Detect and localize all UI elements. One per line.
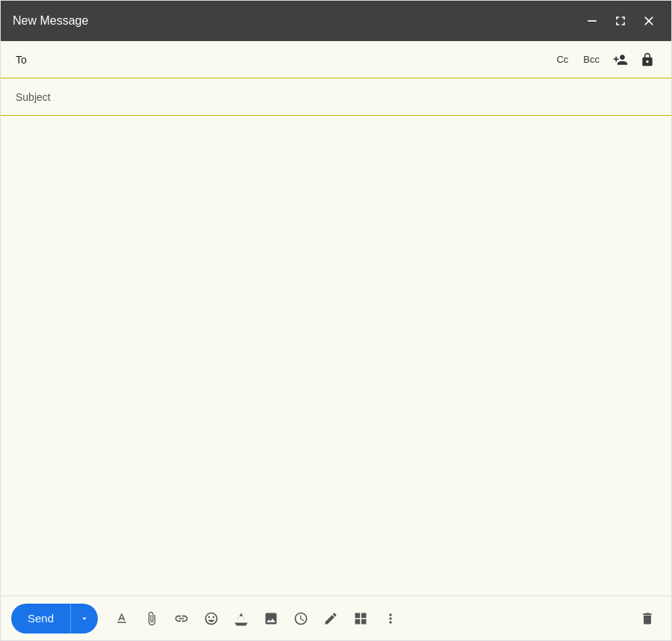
- title-bar: New Message: [1, 1, 671, 41]
- cc-button[interactable]: Cc: [553, 52, 571, 66]
- attach-icon: [144, 611, 159, 626]
- lock-icon: [640, 52, 655, 67]
- signature-button[interactable]: [317, 605, 344, 632]
- more-options-button[interactable]: [377, 605, 404, 632]
- send-button-group: Send: [11, 604, 98, 634]
- compose-window: New Message To Cc Bcc: [0, 0, 672, 641]
- delete-draft-button[interactable]: [634, 605, 661, 632]
- close-button[interactable]: [638, 10, 659, 31]
- to-row: To Cc Bcc: [1, 41, 671, 78]
- add-recipients-button[interactable]: [612, 51, 629, 69]
- expand-icon: [613, 13, 628, 28]
- chevron-down-icon: [79, 613, 90, 624]
- layout-icon: [353, 611, 368, 626]
- clock-icon: [293, 611, 308, 626]
- attach-button[interactable]: [138, 605, 165, 632]
- insert-link-button[interactable]: [168, 605, 195, 632]
- layout-button[interactable]: [347, 605, 374, 632]
- toolbar: Send: [1, 595, 671, 640]
- bcc-button[interactable]: Bcc: [580, 52, 603, 66]
- minimize-icon: [585, 13, 600, 28]
- drive-icon: [234, 611, 249, 626]
- to-label: To: [16, 54, 38, 66]
- window-title: New Message: [13, 14, 88, 28]
- send-button[interactable]: Send: [11, 604, 71, 634]
- title-actions: [582, 10, 659, 31]
- minimize-button[interactable]: [582, 10, 603, 31]
- scheduled-send-button[interactable]: [287, 605, 314, 632]
- formatting-button[interactable]: [108, 605, 135, 632]
- to-actions: Cc Bcc: [553, 51, 656, 69]
- body-input[interactable]: [16, 125, 656, 586]
- pen-icon: [323, 611, 338, 626]
- format-text-icon: [114, 611, 129, 626]
- to-input[interactable]: [44, 54, 553, 66]
- drive-button[interactable]: [228, 605, 255, 632]
- body-area: [1, 116, 671, 595]
- add-person-icon: [613, 52, 628, 67]
- more-vert-icon: [383, 611, 398, 626]
- photo-button[interactable]: [258, 605, 284, 632]
- photo-icon: [264, 611, 279, 626]
- link-icon: [174, 611, 189, 626]
- subject-row: [1, 78, 671, 116]
- send-dropdown-button[interactable]: [71, 604, 98, 634]
- close-icon: [641, 13, 656, 28]
- lock-button[interactable]: [638, 51, 656, 69]
- trash-icon: [640, 611, 655, 626]
- expand-button[interactable]: [610, 10, 631, 31]
- subject-input[interactable]: [16, 91, 656, 103]
- emoji-icon: [204, 611, 219, 626]
- emoji-button[interactable]: [198, 605, 225, 632]
